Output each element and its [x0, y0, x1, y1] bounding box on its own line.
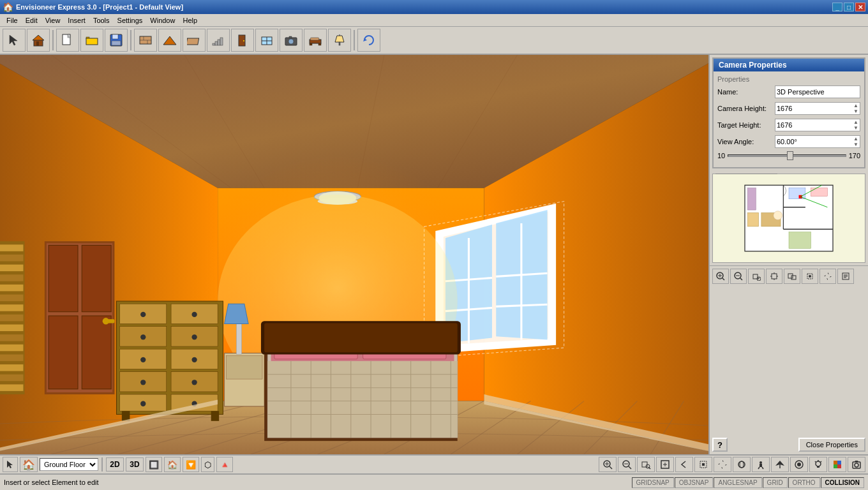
menu-help[interactable]: Help [179, 15, 201, 26]
svg-rect-231 [837, 464, 841, 468]
bottom-tool2[interactable]: 🏠 [164, 457, 181, 472]
svg-point-118 [140, 380, 146, 385]
stair-button[interactable] [207, 29, 230, 52]
collision-indicator[interactable]: COLLISION [821, 477, 864, 488]
close-properties-button[interactable]: Close Properties [798, 438, 865, 452]
ortho-indicator[interactable]: ORTHO [788, 477, 820, 488]
camera-properties-title: Camera Properties [714, 59, 864, 71]
maximize-button[interactable]: □ [844, 3, 854, 11]
gridsnap-indicator[interactable]: GRIDSNAP [632, 477, 674, 488]
rbt-zoom-in[interactable] [599, 457, 617, 472]
svg-point-215 [760, 461, 762, 464]
angle-slider[interactable] [728, 154, 846, 157]
bottom-tool4[interactable]: ⬡ [201, 457, 214, 472]
target-height-input[interactable]: 1676 ▲ ▼ [775, 119, 860, 131]
save-button[interactable] [105, 29, 128, 52]
rbt-zoom-all[interactable] [656, 457, 674, 472]
new-button[interactable] [56, 29, 79, 52]
view-angle-up[interactable]: ▲ [853, 136, 858, 142]
grid-indicator[interactable]: GRID [763, 477, 788, 488]
bottom-tool3[interactable]: 🔽 [183, 457, 199, 472]
help-button[interactable]: ? [712, 438, 728, 452]
select-tool-button[interactable] [3, 29, 26, 52]
view-angle-input[interactable]: 60.00° ▲ ▼ [775, 135, 860, 148]
menu-window[interactable]: Window [146, 15, 179, 26]
map-zoom-out-button[interactable] [730, 269, 747, 284]
svg-rect-45 [0, 244, 23, 251]
rbt-snapshot[interactable] [848, 457, 865, 472]
rbt-camera-fly[interactable] [771, 457, 789, 472]
viewport-3d[interactable] [0, 55, 708, 454]
svg-point-223 [816, 461, 821, 466]
svg-point-115 [191, 334, 197, 339]
floor-icon-button[interactable]: 🏠 [20, 457, 38, 472]
menu-settings[interactable]: Settings [114, 15, 147, 26]
angle-slider-row: 10 170 [717, 152, 860, 160]
view-angle-down[interactable]: ▼ [853, 142, 858, 147]
bottom-tool1[interactable]: 🔲 [146, 457, 162, 472]
rbt-pan[interactable] [714, 457, 731, 472]
camera-height-down[interactable]: ▼ [853, 108, 858, 114]
map-pan-button[interactable] [819, 269, 836, 284]
floor-selector[interactable]: Ground Floor First Floor Second Floor [40, 458, 98, 471]
view-3d-button[interactable]: 3D [126, 457, 144, 471]
bottom-tool5[interactable]: 🔺 [216, 457, 233, 472]
map-zoom-in-button[interactable] [712, 269, 729, 284]
furniture-button[interactable] [304, 29, 327, 52]
map-zoom-window-button[interactable] [748, 269, 765, 284]
rbt-materials[interactable] [828, 457, 846, 472]
objsnap-indicator[interactable]: OBJSNAP [675, 477, 714, 488]
toolbar [0, 27, 868, 55]
minimize-button[interactable]: _ [832, 3, 842, 11]
menu-insert[interactable]: Insert [64, 15, 89, 26]
map-zoom-extents-button[interactable] [766, 269, 782, 284]
svg-marker-212 [718, 463, 722, 464]
svg-line-227 [821, 461, 822, 463]
wall-button[interactable] [134, 29, 157, 52]
refresh-button[interactable] [357, 29, 380, 52]
target-height-down[interactable]: ▼ [853, 125, 858, 131]
svg-marker-209 [722, 460, 724, 464]
slider-thumb[interactable] [787, 151, 793, 160]
bottom-select-button[interactable] [3, 457, 18, 472]
rbt-render[interactable] [790, 457, 808, 472]
roof-button[interactable] [158, 29, 181, 52]
camera-properties-panel: Camera Properties Properties Name: 3D Pe… [712, 57, 865, 168]
svg-point-203 [646, 464, 650, 468]
view-2d-button[interactable]: 2D [106, 457, 124, 471]
svg-point-23 [243, 40, 244, 41]
mini-map-canvas[interactable] [713, 174, 865, 262]
map-zoom-sel-button[interactable] [802, 269, 818, 284]
map-zoom-prev-button[interactable] [784, 269, 800, 284]
floor-button[interactable] [183, 29, 206, 52]
rbt-prev[interactable] [675, 457, 693, 472]
camera-height-input[interactable]: 1676 ▲ ▼ [775, 102, 860, 115]
svg-rect-52 [0, 315, 23, 321]
house-button[interactable] [27, 29, 50, 52]
rbt-lights[interactable] [809, 457, 827, 472]
title-bar-controls[interactable]: _ □ ✕ [832, 3, 865, 11]
name-input[interactable]: 3D Perspective [775, 85, 860, 98]
menu-view[interactable]: View [41, 15, 64, 26]
door-button[interactable] [231, 29, 254, 52]
lamp-button[interactable] [328, 29, 351, 52]
svg-rect-50 [0, 295, 23, 301]
anglesnap-indicator[interactable]: ANGLESNAP [714, 477, 761, 488]
rbt-camera-walk[interactable] [752, 457, 770, 472]
close-button[interactable]: ✕ [855, 3, 865, 11]
rbt-zoom-sel[interactable] [694, 457, 712, 472]
camera-height-up[interactable]: ▲ [853, 103, 858, 108]
camera-button[interactable] [280, 29, 303, 52]
svg-rect-29 [289, 36, 292, 38]
map-properties-button[interactable] [837, 269, 854, 284]
open-button[interactable] [80, 29, 103, 52]
svg-rect-58 [0, 375, 23, 381]
rbt-zoom-out[interactable] [618, 457, 636, 472]
rbt-orbit[interactable] [733, 457, 751, 472]
rbt-zoom-window[interactable] [637, 457, 655, 472]
menu-edit[interactable]: Edit [22, 15, 41, 26]
target-height-up[interactable]: ▲ [853, 119, 858, 125]
window-button[interactable] [255, 29, 278, 52]
menu-file[interactable]: File [3, 15, 22, 26]
menu-tools[interactable]: Tools [89, 15, 114, 26]
